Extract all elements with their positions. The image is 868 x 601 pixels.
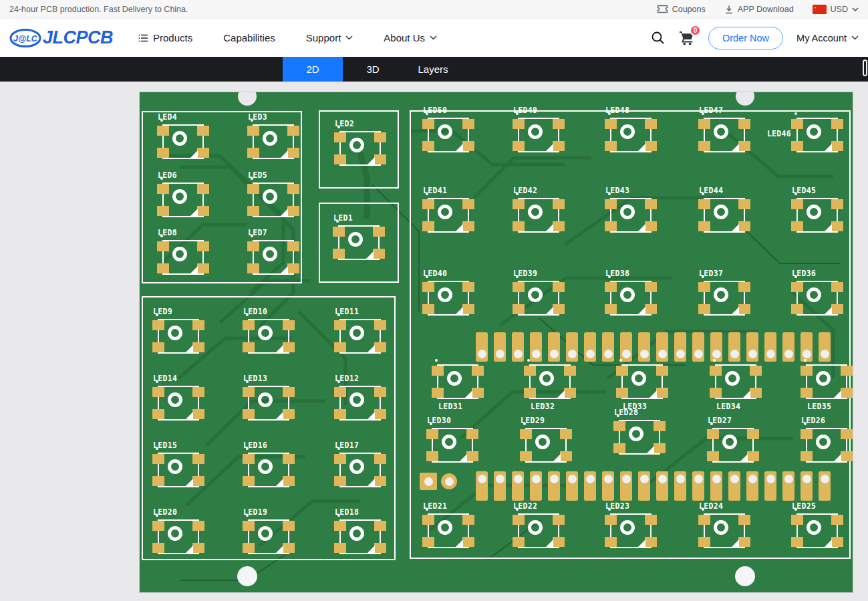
- chevron-down-icon: [345, 35, 353, 40]
- led-pad: [791, 537, 803, 547]
- pad-hole: [514, 475, 523, 483]
- led-pad: [613, 421, 625, 431]
- led-pad: [513, 221, 525, 231]
- coupons-link[interactable]: Coupons: [657, 5, 706, 14]
- polarity-triangle: [638, 307, 645, 314]
- led-pad: [334, 342, 346, 352]
- pin1-dot: [804, 359, 807, 362]
- led-pad: [243, 387, 255, 397]
- led-pad: [287, 148, 299, 158]
- led-component: LED2: [339, 131, 381, 166]
- polarity-triangle: [368, 157, 375, 164]
- nav-products[interactable]: Products: [138, 32, 192, 43]
- led-pad: [287, 184, 299, 194]
- led-pad: [553, 304, 565, 314]
- order-now-button[interactable]: Order Now: [708, 27, 783, 49]
- tab-3d[interactable]: 3D: [343, 57, 403, 82]
- led-component: LED48: [610, 118, 652, 152]
- led-pad: [157, 184, 169, 194]
- led-component: LED5: [253, 183, 294, 217]
- led-ring: [714, 124, 728, 139]
- led-ring: [725, 371, 740, 386]
- jlcpcb-logo[interactable]: J@LC JLCPCB: [9, 27, 113, 49]
- nav-about-us[interactable]: About Us: [384, 32, 437, 43]
- tab-layers[interactable]: Layers: [403, 57, 463, 82]
- polarity-triangle: [740, 454, 748, 461]
- main-header: J@LC JLCPCB Products Capabilities Suppor…: [0, 19, 868, 57]
- led-pad: [374, 543, 386, 553]
- polarity-triangle: [546, 144, 553, 151]
- cart-button[interactable]: 0: [678, 30, 695, 45]
- led-pad: [654, 443, 666, 453]
- led-pad: [645, 221, 657, 231]
- led-label: LED34: [716, 402, 740, 411]
- led-pad: [466, 451, 478, 461]
- led-ring: [258, 526, 273, 541]
- through-hole-pad: [620, 332, 632, 362]
- led-pad: [520, 451, 532, 461]
- polarity-triangle: [732, 539, 739, 547]
- led-pad: [374, 521, 386, 531]
- search-button[interactable]: [651, 31, 665, 45]
- my-account-menu[interactable]: My Account: [797, 33, 859, 43]
- led-pad: [698, 119, 710, 129]
- led-component: LED13: [248, 386, 289, 420]
- app-download-link[interactable]: APP Download: [724, 5, 794, 14]
- polarity-triangle: [834, 454, 841, 461]
- led-pad: [605, 537, 617, 547]
- led-pad: [750, 366, 762, 376]
- nav-support[interactable]: Support: [306, 32, 353, 43]
- nav-capabilities[interactable]: Capabilities: [223, 32, 275, 43]
- pin1-dot: [337, 514, 340, 517]
- led-pad: [334, 454, 346, 464]
- top-promo-bar: 24-hour PCB production. Fast Delivery to…: [0, 0, 868, 19]
- led-pad: [605, 515, 617, 525]
- led-pad: [553, 282, 565, 292]
- viewer-viewport: LED1LED2LED3LED4LED5LED6LED7LED8LED9LED1…: [0, 82, 868, 601]
- led-pad: [462, 119, 474, 129]
- tab-2d[interactable]: 2D: [283, 57, 343, 82]
- pad-hole: [766, 475, 775, 483]
- led-pad: [152, 387, 164, 397]
- polarity-triangle: [460, 454, 467, 461]
- led-pad: [462, 515, 474, 525]
- led-pad: [698, 304, 710, 314]
- led-pad: [831, 221, 843, 231]
- polarity-triangle: [368, 412, 375, 419]
- polarity-triangle: [281, 209, 288, 216]
- led-pad: [645, 282, 657, 292]
- pad-hole: [694, 475, 703, 483]
- led-component: LED4: [162, 124, 204, 159]
- led-component: LED23: [610, 513, 652, 548]
- led-pad: [192, 387, 204, 397]
- led-pad: [287, 126, 299, 136]
- led-ring: [438, 520, 452, 535]
- led-pad: [283, 476, 295, 486]
- led-component: LED30: [432, 428, 473, 463]
- polarity-triangle: [186, 412, 193, 419]
- led-pad: [656, 388, 668, 398]
- pin1-dot: [426, 508, 428, 511]
- pin1-dot: [516, 112, 519, 115]
- polarity-triangle: [456, 539, 463, 547]
- led-pad: [738, 221, 750, 231]
- pad-hole: [622, 475, 631, 483]
- led-component: LED9: [158, 319, 199, 354]
- led-pad: [243, 454, 255, 464]
- pin1-dot: [527, 359, 530, 362]
- led-pad: [616, 366, 628, 376]
- led-ring: [168, 459, 182, 474]
- scrollbar-thumb[interactable]: [863, 59, 867, 76]
- led-pad: [513, 282, 525, 292]
- led-pad: [283, 320, 295, 330]
- square-pin1-pad: [420, 473, 437, 490]
- led-pad: [831, 304, 843, 314]
- pcb-2d-canvas[interactable]: LED1LED2LED3LED4LED5LED6LED7LED8LED9LED1…: [140, 92, 853, 592]
- through-hole-pad: [819, 332, 831, 362]
- polarity-triangle: [638, 539, 645, 547]
- currency-selector[interactable]: USD: [813, 5, 859, 14]
- led-pad: [738, 282, 750, 292]
- pad-hole: [496, 350, 504, 358]
- through-hole-pad: [710, 471, 722, 501]
- pin1-dot: [156, 514, 158, 517]
